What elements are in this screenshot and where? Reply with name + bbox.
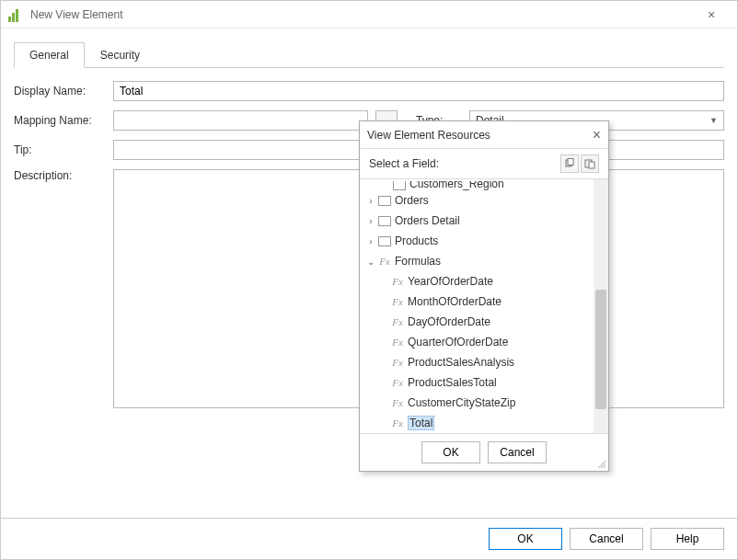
- svg-rect-3: [589, 162, 594, 168]
- tree-item-formula-selected[interactable]: Fx Total: [360, 413, 594, 433]
- chevron-right-icon[interactable]: ›: [365, 236, 376, 246]
- tree-item-formula[interactable]: Fx ProductSalesTotal: [360, 372, 594, 393]
- select-field-label: Select a Field:: [369, 157, 439, 170]
- titlebar: New View Element ×: [1, 1, 737, 29]
- tree-item-label: Formulas: [395, 255, 441, 268]
- tab-security[interactable]: Security: [85, 42, 156, 68]
- popup-ok-button[interactable]: OK: [421, 441, 480, 463]
- chevron-right-icon[interactable]: ›: [365, 196, 376, 206]
- main-window: New View Element × General Security Disp…: [0, 0, 738, 560]
- row-display-name: Display Name:: [14, 81, 724, 101]
- tree-item-formulas[interactable]: ⌄ Fx Formulas: [360, 251, 594, 271]
- scrollbar-thumb[interactable]: [595, 290, 606, 409]
- button-bar: OK Cancel Help: [1, 518, 737, 559]
- tree-item-label: QuarterOfOrderDate: [408, 336, 508, 349]
- tree-item-formula[interactable]: Fx CustomerCityStateZip: [360, 393, 594, 413]
- tree-item-formula[interactable]: Fx MonthOfOrderDate: [360, 291, 594, 312]
- paste-icon[interactable]: [581, 154, 599, 173]
- mapping-name-input[interactable]: [113, 110, 368, 131]
- copy-icon[interactable]: [560, 154, 579, 173]
- popup-cancel-button[interactable]: Cancel: [488, 441, 547, 463]
- folder-icon: [391, 181, 408, 190]
- chevron-down-icon[interactable]: ⌄: [365, 257, 376, 267]
- tree-item-products[interactable]: › Products: [360, 231, 594, 251]
- svg-rect-1: [568, 159, 573, 166]
- close-icon[interactable]: ×: [693, 7, 730, 22]
- formula-icon: Fx: [389, 296, 406, 307]
- tree-item-orders-detail[interactable]: › Orders Detail: [360, 211, 594, 231]
- window-title: New View Element: [30, 8, 693, 21]
- tree-item-label: Products: [395, 234, 438, 247]
- tab-bar: General Security: [14, 41, 724, 68]
- chevron-down-icon: ▼: [709, 116, 718, 125]
- cancel-button[interactable]: Cancel: [570, 528, 643, 550]
- formula-icon: Fx: [389, 417, 406, 429]
- tree-item-formula[interactable]: Fx ProductSalesAnalysis: [360, 352, 594, 372]
- popup-title: View Element Resources: [367, 129, 593, 142]
- formula-icon: Fx: [389, 357, 406, 368]
- formula-icon: Fx: [376, 256, 393, 267]
- resources-popup: View Element Resources × Select a Field:: [359, 120, 609, 472]
- chevron-right-icon[interactable]: ›: [365, 216, 376, 226]
- tree-item-label: DayOfOrderDate: [408, 315, 490, 328]
- tree-item-label: ProductSalesTotal: [408, 376, 497, 389]
- display-name-label: Display Name:: [14, 85, 106, 97]
- folder-icon: [376, 236, 393, 246]
- display-name-input[interactable]: [113, 81, 724, 101]
- popup-toolbar: Select a Field:: [360, 149, 608, 178]
- field-tree[interactable]: Customers_Region › Orders › Orders Detai…: [360, 179, 594, 433]
- popup-button-bar: OK Cancel: [360, 434, 608, 471]
- tree-item-label: Orders: [395, 194, 429, 207]
- help-button[interactable]: Help: [651, 528, 724, 550]
- formula-icon: Fx: [389, 377, 406, 388]
- tree-item-label: Customers_Region: [409, 181, 504, 190]
- tree-item-formula[interactable]: Fx YearOfOrderDate: [360, 271, 594, 291]
- tree-item-label: YearOfOrderDate: [408, 275, 493, 288]
- tree-item-label: Orders Detail: [395, 214, 460, 227]
- tree-item-label: ProductSalesAnalysis: [408, 356, 514, 369]
- formula-icon: Fx: [389, 276, 406, 287]
- tree-container: Customers_Region › Orders › Orders Detai…: [360, 178, 608, 434]
- tree-item-formula[interactable]: Fx QuarterOfOrderDate: [360, 332, 594, 352]
- svg-line-6: [604, 466, 605, 468]
- mapping-name-label: Mapping Name:: [14, 114, 106, 127]
- description-label: Description:: [14, 169, 106, 182]
- tree-item-formula[interactable]: Fx DayOfOrderDate: [360, 312, 594, 332]
- tree-item-partial[interactable]: Customers_Region: [360, 181, 594, 190]
- scrollbar[interactable]: [594, 179, 608, 433]
- tree-item-label: MonthOfOrderDate: [408, 295, 502, 308]
- tree-item-label: CustomerCityStateZip: [408, 396, 515, 409]
- folder-icon: [376, 196, 393, 206]
- tip-label: Tip:: [14, 143, 106, 156]
- tree-item-label: Total: [408, 417, 434, 429]
- formula-icon: Fx: [389, 316, 406, 327]
- folder-icon: [376, 216, 393, 226]
- resize-grip-icon[interactable]: [595, 458, 606, 469]
- close-icon[interactable]: ×: [593, 127, 601, 143]
- popup-titlebar: View Element Resources ×: [360, 121, 608, 149]
- app-icon: [8, 7, 23, 22]
- formula-icon: Fx: [389, 337, 406, 348]
- tree-item-orders[interactable]: › Orders: [360, 190, 594, 211]
- tab-general[interactable]: General: [14, 42, 85, 68]
- formula-icon: Fx: [389, 397, 406, 408]
- ok-button[interactable]: OK: [489, 528, 562, 550]
